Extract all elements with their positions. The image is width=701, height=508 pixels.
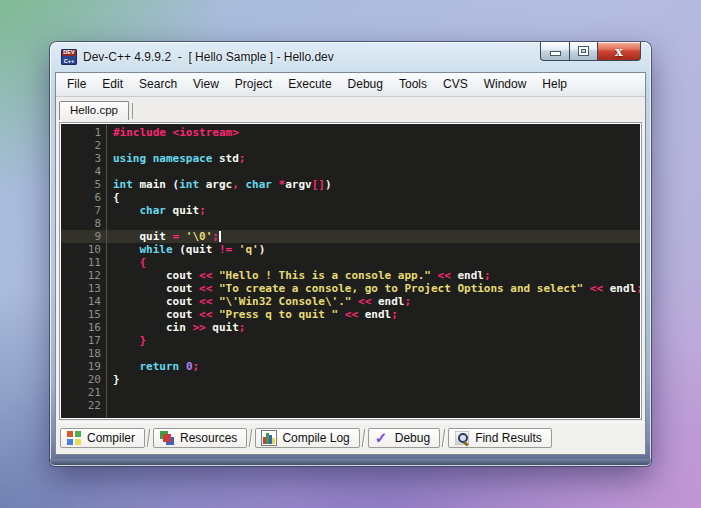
menu-item-debug[interactable]: Debug: [340, 73, 391, 96]
menu-item-window[interactable]: Window: [476, 73, 535, 96]
bottom-tab-label: Resources: [180, 431, 237, 445]
minimize-icon: [551, 52, 560, 55]
bottom-tab-compile-log[interactable]: Compile Log: [255, 428, 359, 448]
bottom-tab-debug[interactable]: Debug: [368, 428, 440, 448]
line-number: 8: [61, 217, 106, 230]
code-line-14[interactable]: 14 cout << "\'Win32 Console\'." << endl;: [61, 295, 640, 308]
code-text: }: [106, 373, 120, 386]
code-line-5[interactable]: 5int main (int argc, char *argv[]): [61, 178, 640, 191]
close-button[interactable]: x: [598, 42, 641, 61]
window-controls: x: [540, 42, 641, 61]
code-line-11[interactable]: 11 {: [61, 256, 640, 269]
code-line-21[interactable]: 21: [61, 386, 640, 399]
code-text: cout << "Hello ! This is a console app."…: [106, 269, 491, 282]
line-number: 11: [61, 256, 106, 269]
code-line-18[interactable]: 18: [61, 347, 640, 360]
code-line-7[interactable]: 7 char quit;: [61, 204, 640, 217]
line-number: 19: [61, 360, 106, 373]
text-cursor: [219, 231, 221, 242]
line-number: 3: [61, 152, 106, 165]
code-line-22[interactable]: 22: [61, 399, 640, 412]
code-text: #include <iostream>: [106, 126, 239, 139]
line-number: 9: [61, 230, 106, 243]
bottom-tab-label: Debug: [395, 431, 430, 445]
code-text: while (quit != 'q'): [106, 243, 265, 256]
bottom-tab-label: Find Results: [475, 431, 542, 445]
resources-icon: [160, 431, 174, 445]
tab-separator: [442, 429, 447, 447]
code-line-10[interactable]: 10 while (quit != 'q'): [61, 243, 640, 256]
close-icon: x: [615, 45, 623, 58]
bottom-tab-compiler[interactable]: Compiler: [60, 428, 145, 448]
menu-item-project[interactable]: Project: [227, 73, 280, 96]
code-line-3[interactable]: 3using namespace std;: [61, 152, 640, 165]
code-line-12[interactable]: 12 cout << "Hello ! This is a console ap…: [61, 269, 640, 282]
line-number: 1: [61, 126, 106, 139]
line-number: 22: [61, 399, 106, 412]
code-line-4[interactable]: 4: [61, 165, 640, 178]
menu-item-cvs[interactable]: CVS: [435, 73, 476, 96]
line-number: 7: [61, 204, 106, 217]
code-text: using namespace std;: [106, 152, 245, 165]
line-number: 10: [61, 243, 106, 256]
code-text: [106, 347, 113, 360]
editor-tab-strip: Hello.cpp: [56, 97, 645, 120]
line-number: 12: [61, 269, 106, 282]
line-number: 17: [61, 334, 106, 347]
minimize-button[interactable]: [540, 42, 569, 61]
maximize-icon: [579, 47, 588, 55]
tab-separator: [147, 429, 152, 447]
code-text: int main (int argc, char *argv[]): [106, 178, 332, 191]
code-line-20[interactable]: 20}: [61, 373, 640, 386]
code-text: [106, 386, 113, 399]
menu-item-help[interactable]: Help: [534, 73, 575, 96]
tab-separator: [361, 429, 366, 447]
code-line-17[interactable]: 17 }: [61, 334, 640, 347]
code-text: cout << "Press q to quit " << endl;: [106, 308, 398, 321]
code-text: cout << "\'Win32 Console\'." << endl;: [106, 295, 411, 308]
code-line-8[interactable]: 8: [61, 217, 640, 230]
tab-hello-cpp[interactable]: Hello.cpp: [59, 101, 129, 120]
devcpp-app-icon: [61, 49, 77, 65]
devcpp-window: Dev-C++ 4.9.9.2 - [ Hello Sample ] - Hel…: [50, 42, 651, 466]
editor-frame: 1#include <iostream>23using namespace st…: [59, 122, 642, 420]
code-line-2[interactable]: 2: [61, 139, 640, 152]
tab-separator: [249, 429, 254, 447]
window-title: Dev-C++ 4.9.9.2 - [ Hello Sample ] - Hel…: [83, 50, 334, 64]
code-line-1[interactable]: 1#include <iostream>: [61, 126, 640, 139]
code-line-15[interactable]: 15 cout << "Press q to quit " << endl;: [61, 308, 640, 321]
code-text: {: [106, 256, 146, 269]
code-text: cout << "To create a console, go to Proj…: [106, 282, 640, 295]
code-line-19[interactable]: 19 return 0;: [61, 360, 640, 373]
line-number: 18: [61, 347, 106, 360]
bottom-tab-label: Compiler: [87, 431, 135, 445]
bottom-tab-find-results[interactable]: Find Results: [448, 428, 552, 448]
line-number: 15: [61, 308, 106, 321]
code-editor[interactable]: 1#include <iostream>23using namespace st…: [61, 124, 640, 418]
code-text: [106, 399, 113, 412]
line-number: 20: [61, 373, 106, 386]
code-line-6[interactable]: 6{: [61, 191, 640, 204]
menu-item-execute[interactable]: Execute: [280, 73, 339, 96]
code-line-13[interactable]: 13 cout << "To create a console, go to P…: [61, 282, 640, 295]
menu-item-search[interactable]: Search: [131, 73, 185, 96]
code-text: {: [106, 191, 120, 204]
line-number: 14: [61, 295, 106, 308]
code-line-9[interactable]: 9 quit = '\0';: [61, 230, 640, 243]
maximize-button[interactable]: [569, 42, 598, 61]
bottom-tab-resources[interactable]: Resources: [153, 428, 247, 448]
code-text: [106, 217, 113, 230]
line-number: 16: [61, 321, 106, 334]
line-number: 21: [61, 386, 106, 399]
code-text: [106, 139, 113, 152]
line-number: 2: [61, 139, 106, 152]
line-number: 13: [61, 282, 106, 295]
menu-item-file[interactable]: File: [59, 73, 94, 96]
code-text: cin >> quit;: [106, 321, 245, 334]
menu-item-edit[interactable]: Edit: [94, 73, 131, 96]
tab-strip-divider: [132, 103, 133, 119]
menu-item-view[interactable]: View: [185, 73, 227, 96]
line-number: 6: [61, 191, 106, 204]
code-line-16[interactable]: 16 cin >> quit;: [61, 321, 640, 334]
menu-item-tools[interactable]: Tools: [391, 73, 435, 96]
